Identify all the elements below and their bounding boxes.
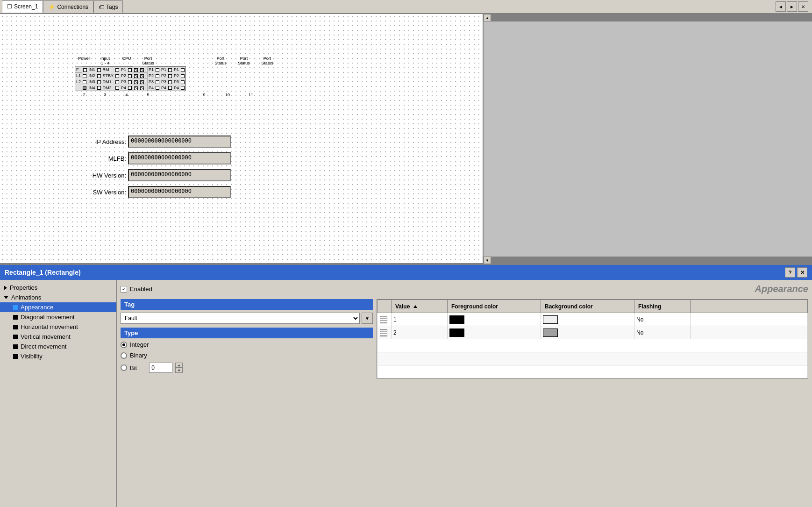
- row2-bg-color-cell[interactable]: [541, 326, 634, 339]
- nav-back-button[interactable]: ◄: [776, 1, 786, 12]
- binary-radio[interactable]: [121, 352, 127, 359]
- panel-titlebar: Rectangle_1 (Rectangle) ? ✕: [0, 265, 812, 280]
- row1-icon-cell: [378, 313, 392, 326]
- enabled-row: Enabled Appearance: [121, 284, 808, 294]
- col-header-port-status3: PortStatus: [232, 56, 256, 65]
- row1-bg-color-cell[interactable]: [541, 313, 634, 326]
- canvas-main[interactable]: Power Input1 - 4 CPU PortStatus PortStat…: [0, 14, 484, 264]
- properties-sidebar: Properties Animations Appearance Diagona…: [0, 280, 117, 507]
- tag-dropdown-button[interactable]: ▼: [362, 313, 373, 324]
- tab-connections[interactable]: ⚡ Connections: [43, 0, 93, 13]
- table-row-empty3: [378, 365, 808, 378]
- sw-version-value: 000000000000000000: [128, 186, 231, 198]
- col-num-blank2: [176, 93, 192, 97]
- table-row[interactable]: 2 No: [378, 326, 808, 339]
- integer-radio[interactable]: [121, 342, 127, 348]
- sidebar-item-vertical[interactable]: Vertical movement: [0, 332, 116, 342]
- col-num-3: 3: [93, 93, 117, 97]
- type-option-bit: Bit 0 ▲ ▼: [121, 363, 373, 373]
- appearance-bullet-icon: [13, 305, 18, 310]
- col-num-11: 11: [239, 93, 263, 97]
- th-value[interactable]: Value: [392, 300, 448, 313]
- th-bg-color: Background color: [541, 300, 634, 313]
- th-bg-label: Background color: [545, 303, 593, 310]
- direct-bullet-icon: [13, 344, 18, 349]
- sidebar-item-appearance[interactable]: Appearance: [0, 302, 116, 312]
- appearance-watermark: Appearance: [755, 284, 809, 294]
- nav-buttons: ◄ ► ✕: [776, 1, 808, 12]
- table-row[interactable]: 1 No: [378, 313, 808, 326]
- horizontal-label: Horizontal movement: [21, 323, 78, 330]
- connections-icon: ⚡: [48, 4, 55, 10]
- col-num-10: 10: [216, 93, 239, 97]
- tab-tags-label: Tags: [106, 4, 118, 10]
- visibility-label: Visibility: [21, 353, 43, 360]
- panel-controls: ? ✕: [785, 267, 807, 278]
- tab-screen1[interactable]: ☐ Screen_1: [2, 0, 43, 13]
- row1-row-icon: [380, 316, 387, 323]
- spinner-up-button[interactable]: ▲: [175, 363, 183, 368]
- sidebar-item-animations[interactable]: Animations: [0, 293, 116, 302]
- scrollbar-down-button[interactable]: ▼: [484, 257, 491, 264]
- col-spacer1: [160, 56, 176, 65]
- row2-flashing-cell: No: [634, 326, 691, 339]
- animations-arrow-icon: [4, 296, 8, 299]
- enabled-label: Enabled: [130, 286, 152, 293]
- nav-close-button[interactable]: ✕: [798, 1, 808, 12]
- tab-tags[interactable]: 🏷 Tags: [93, 0, 123, 13]
- row1-fg-color-cell[interactable]: [448, 313, 541, 326]
- sidebar-item-diagonal[interactable]: Diagonal movement: [0, 312, 116, 322]
- col-header-power: Power: [75, 56, 93, 65]
- ip-address-label: IP Address:: [75, 138, 126, 145]
- content-split: Tag Fault ▼ Type Integer: [121, 299, 808, 507]
- main-content: Enabled Appearance Tag Fault ▼: [117, 280, 812, 507]
- bit-value-input[interactable]: 0: [149, 363, 172, 373]
- th-value-label: Value: [395, 303, 410, 310]
- th-fg-label: Foreground color: [451, 303, 498, 310]
- hw-version-value: 000000000000000000: [128, 169, 231, 181]
- visibility-bullet-icon: [13, 354, 18, 359]
- bit-radio[interactable]: [121, 364, 127, 371]
- tag-section: Tag Fault ▼: [121, 299, 373, 324]
- tag-select-dropdown[interactable]: Fault: [121, 313, 360, 324]
- th-extra: [691, 300, 808, 313]
- th-icon: [378, 300, 392, 313]
- diagonal-bullet-icon: [13, 315, 18, 320]
- plc-diagram: Power Input1 - 4 CPU PortStatus PortStat…: [75, 56, 279, 97]
- row1-value-cell[interactable]: 1: [392, 313, 448, 326]
- row2-bg-swatch[interactable]: [543, 328, 558, 337]
- type-section: Type Integer Binary Bit 0: [121, 328, 373, 377]
- screen-icon: ☐: [7, 3, 12, 10]
- vertical-label: Vertical movement: [21, 333, 71, 340]
- col-header-port-status4: PortStatus: [256, 56, 279, 65]
- row2-fg-color-cell[interactable]: [448, 326, 541, 339]
- sidebar-item-direct[interactable]: Direct movement: [0, 342, 116, 351]
- col-num-blank1: [160, 93, 176, 97]
- type-option-integer: Integer: [121, 341, 373, 348]
- data-table-container: Value Foreground color Background color: [377, 299, 808, 379]
- nav-forward-button[interactable]: ►: [787, 1, 797, 12]
- row2-value-cell[interactable]: 2: [392, 326, 448, 339]
- panel-help-button[interactable]: ?: [785, 267, 795, 278]
- sidebar-item-visibility[interactable]: Visibility: [0, 351, 116, 361]
- top-tab-bar: ☐ Screen_1 ⚡ Connections 🏷 Tags ◄ ► ✕: [0, 0, 812, 14]
- row2-fg-swatch[interactable]: [449, 328, 464, 337]
- enabled-checkbox[interactable]: [121, 286, 127, 293]
- row1-fg-swatch[interactable]: [449, 315, 464, 324]
- sort-icon: [413, 305, 417, 308]
- panel-close-button[interactable]: ✕: [797, 267, 807, 278]
- spinner-down-button[interactable]: ▼: [175, 368, 183, 373]
- sidebar-item-properties[interactable]: Properties: [0, 283, 116, 293]
- row1-extra: [691, 313, 808, 326]
- th-fg-color: Foreground color: [448, 300, 541, 313]
- row1-bg-swatch[interactable]: [543, 315, 558, 324]
- mlfb-label: MLFB:: [75, 155, 126, 162]
- sidebar-item-horizontal[interactable]: Horizontal movement: [0, 322, 116, 332]
- type-section-header: Type: [121, 328, 373, 338]
- mlfb-value: 000000000000000000: [128, 152, 231, 164]
- scrollbar-up-button[interactable]: ▲: [484, 14, 491, 21]
- bit-spinner: ▲ ▼: [175, 363, 183, 373]
- canvas-area: Power Input1 - 4 CPU PortStatus PortStat…: [0, 14, 812, 264]
- panel-body: Properties Animations Appearance Diagona…: [0, 280, 812, 507]
- tag-select-row: Fault ▼: [121, 313, 373, 324]
